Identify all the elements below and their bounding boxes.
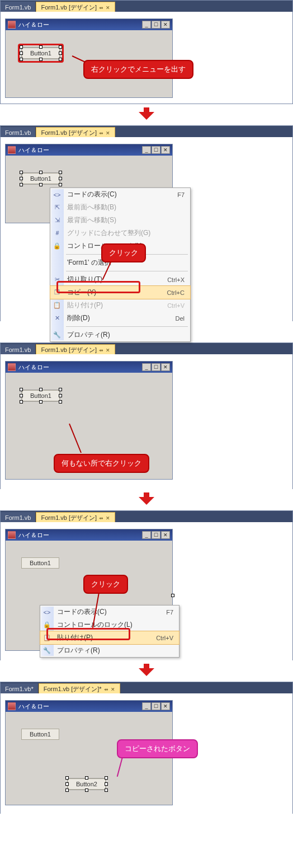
menu-item-shortcut: Ctrl+C xyxy=(155,289,185,296)
designer-surface[interactable]: ハイ＆ロー _ ☐ ✕ Button1 Button2 xyxy=(1,693,292,814)
form-window[interactable]: ハイ＆ロー _ ☐ ✕ Button1 xyxy=(5,18,173,98)
menu-item[interactable]: ✂切り取り(T)Ctrl+X xyxy=(50,273,190,286)
tab-bar: Form1.vb Form1.vb [デザイン] ⇴ ✕ xyxy=(1,126,292,137)
tab-form1-code[interactable]: Form1.vb xyxy=(1,344,36,354)
close-window-icon[interactable]: ✕ xyxy=(161,21,170,29)
tab-bar: Form1.vb Form1.vb [デザイン] ⇴ ✕ xyxy=(1,1,292,12)
close-icon[interactable]: ✕ xyxy=(106,130,110,136)
tab-form1-design-mod[interactable]: Form1.vb [デザイン]* ⇴ ✕ xyxy=(39,683,120,693)
menu-item-icon: 🔧 xyxy=(43,647,51,655)
menu-separator xyxy=(66,326,188,327)
menu-item-label: 最背面へ移動(S) xyxy=(67,215,116,225)
menu-item-label: グリッドに合わせて整列(G) xyxy=(67,228,150,238)
pin-icon[interactable]: ⇴ xyxy=(99,348,103,353)
context-menu[interactable]: <>コードの表示(C)F7⇱最前面へ移動(B)⇲最背面へ移動(S)＃グリッドに合… xyxy=(50,187,191,342)
pin-icon[interactable]: ⇴ xyxy=(99,5,103,11)
menu-item[interactable]: 🔒コントロールのロック(L) xyxy=(40,618,179,631)
form-titlebar: ハイ＆ロー _ ☐ ✕ xyxy=(6,144,172,156)
menu-item-label: コードの表示(C) xyxy=(67,190,117,199)
maximize-icon[interactable]: ☐ xyxy=(152,363,160,371)
close-window-icon[interactable]: ✕ xyxy=(161,146,170,154)
menu-item-shortcut: F7 xyxy=(154,609,173,616)
pin-icon[interactable]: ⇴ xyxy=(104,687,108,692)
menu-item-shortcut: Ctrl+V xyxy=(144,635,173,641)
maximize-icon[interactable]: ☐ xyxy=(152,531,160,539)
minimize-icon[interactable]: _ xyxy=(142,531,151,539)
form-titlebar: ハイ＆ロー _ ☐ ✕ xyxy=(6,19,172,30)
step-4: Form1.vb Form1.vb [デザイン] ⇴ ✕ ハイ＆ロー _ ☐ ✕… xyxy=(0,510,293,660)
menu-item-label: 切り取り(T) xyxy=(67,275,102,284)
tab-form1-code[interactable]: Form1.vb xyxy=(1,512,36,522)
form-icon xyxy=(8,531,16,539)
menu-item-label: コピー(Y) xyxy=(67,288,96,297)
tab-form1-code[interactable]: Form1.vb xyxy=(1,127,36,137)
menu-item-icon xyxy=(53,259,61,267)
menu-item-label: 貼り付け(P) xyxy=(57,633,93,642)
callout-click: クリック xyxy=(101,243,146,262)
close-window-icon[interactable]: ✕ xyxy=(161,702,170,710)
tab-bar: Form1.vb Form1.vb [デザイン] ⇴ ✕ xyxy=(1,511,292,522)
menu-item-label: 最前面へ移動(B) xyxy=(67,203,116,212)
step-5: Form1.vb* Form1.vb [デザイン]* ⇴ ✕ ハイ＆ロー _ ☐… xyxy=(0,682,293,814)
menu-item[interactable]: ✕削除(D)Del xyxy=(50,312,190,325)
pin-icon[interactable]: ⇴ xyxy=(99,515,103,521)
tab-bar: Form1.vb* Form1.vb [デザイン]* ⇴ ✕ xyxy=(1,682,292,693)
menu-item[interactable]: <>コードの表示(C)F7 xyxy=(50,188,190,201)
designer-surface[interactable]: ハイ＆ロー _ ☐ ✕ Button1 何もない所で xyxy=(1,354,292,490)
pin-icon[interactable]: ⇴ xyxy=(99,130,103,136)
menu-item-icon: 📋 xyxy=(43,634,51,642)
menu-item[interactable]: 🔧プロパティ(R) xyxy=(40,644,179,657)
menu-item: ＃グリッドに合わせて整列(G) xyxy=(50,227,190,240)
tab-bar: Form1.vb Form1.vb [デザイン] ⇴ ✕ xyxy=(1,343,292,354)
tab-form1-code[interactable]: Form1.vb xyxy=(1,2,36,12)
close-icon[interactable]: ✕ xyxy=(111,687,115,692)
button1-control[interactable]: Button1 xyxy=(21,557,59,569)
maximize-icon[interactable]: ☐ xyxy=(152,146,160,154)
button1-control[interactable]: Button1 xyxy=(22,48,60,59)
menu-item-label: コードの表示(C) xyxy=(57,607,107,617)
menu-item[interactable]: ❐コピー(Y)Ctrl+C xyxy=(50,285,191,299)
menu-item[interactable]: 📋貼り付け(P)Ctrl+V xyxy=(40,631,179,645)
form-titlebar: ハイ＆ロー _ ☐ ✕ xyxy=(6,529,172,541)
menu-item: ⇱最前面へ移動(B) xyxy=(50,201,190,214)
menu-item-shortcut: Del xyxy=(163,315,185,322)
menu-item[interactable]: 🔧プロパティ(R) xyxy=(50,329,190,341)
form-titlebar: ハイ＆ロー _ ☐ ✕ xyxy=(6,701,172,712)
menu-item-icon: 🔧 xyxy=(53,331,61,339)
callout-click-paste: クリック xyxy=(83,575,128,594)
context-menu-form[interactable]: <>コードの表示(C)F7🔒コントロールのロック(L)📋貼り付け(P)Ctrl+… xyxy=(40,605,179,658)
menu-item-icon: ❐ xyxy=(53,289,61,297)
tab-form1-design[interactable]: Form1.vb [デザイン] ⇴ ✕ xyxy=(36,127,115,137)
close-icon[interactable]: ✕ xyxy=(106,5,110,11)
button1-control[interactable]: Button1 xyxy=(22,173,60,184)
menu-item: 📋貼り付け(P)Ctrl+V xyxy=(50,299,190,312)
minimize-icon[interactable]: _ xyxy=(142,146,151,154)
close-window-icon[interactable]: ✕ xyxy=(161,531,170,539)
maximize-icon[interactable]: ☐ xyxy=(152,21,160,29)
button1-control[interactable]: Button1 xyxy=(22,390,60,401)
menu-item[interactable]: <>コードの表示(C)F7 xyxy=(40,606,179,618)
designer-surface[interactable]: ハイ＆ロー _ ☐ ✕ Button1 <>コードの表示(C)F7🔒コントロー xyxy=(1,522,292,661)
tab-form1-design[interactable]: Form1.vb [デザイン] ⇴ ✕ xyxy=(36,344,115,354)
close-window-icon[interactable]: ✕ xyxy=(161,363,170,371)
close-icon[interactable]: ✕ xyxy=(106,515,110,521)
tab-form1-code-mod[interactable]: Form1.vb* xyxy=(1,683,39,693)
button2-control[interactable]: Button2 xyxy=(68,778,106,790)
designer-surface[interactable]: ハイ＆ロー _ ☐ ✕ Button1 xyxy=(1,137,292,322)
close-icon[interactable]: ✕ xyxy=(106,348,110,353)
tab-form1-design[interactable]: Form1.vb [デザイン] ⇴ ✕ xyxy=(36,2,115,12)
step-1: Form1.vb Form1.vb [デザイン] ⇴ ✕ ハイ＆ロー _ ☐ ✕ xyxy=(0,0,293,104)
menu-item-label: プロパティ(R) xyxy=(57,646,100,655)
minimize-icon[interactable]: _ xyxy=(142,702,151,710)
form-title-text: ハイ＆ロー xyxy=(18,702,49,711)
maximize-icon[interactable]: ☐ xyxy=(152,702,160,710)
button1-control[interactable]: Button1 xyxy=(21,729,59,740)
menu-item-label: 削除(D) xyxy=(67,313,90,323)
form-icon xyxy=(8,146,16,154)
form-icon xyxy=(8,702,16,710)
minimize-icon[interactable]: _ xyxy=(142,21,151,29)
tab-form1-design[interactable]: Form1.vb [デザイン] ⇴ ✕ xyxy=(36,512,115,522)
minimize-icon[interactable]: _ xyxy=(142,363,151,371)
form-titlebar: ハイ＆ロー _ ☐ ✕ xyxy=(6,362,172,373)
designer-surface[interactable]: ハイ＆ロー _ ☐ ✕ Button1 xyxy=(1,12,292,102)
